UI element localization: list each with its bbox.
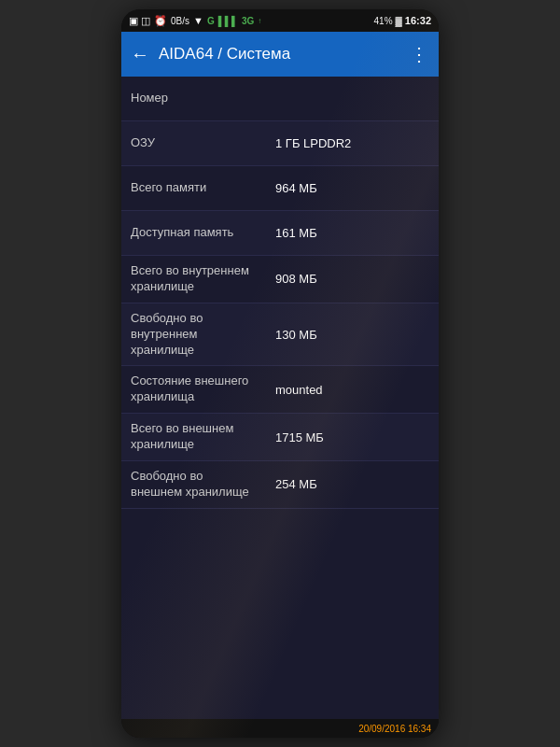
- wifi-icon: ▼: [193, 15, 203, 26]
- status-left: ▣ ◫ ⏰ 0B/s ▼ G ▌▌▌ 3G ↑: [129, 15, 261, 27]
- item-value: mounted: [266, 366, 439, 413]
- content-list: НомерОЗУ1 ГБ LPDDR2Всего памяти964 МБДос…: [121, 77, 439, 719]
- app-bar: ← AIDA64 / Система ⋮: [121, 32, 439, 77]
- signal-3g: 3G: [242, 16, 254, 26]
- item-label: Свободно во внешнем хранилище: [121, 461, 266, 508]
- list-item: ОЗУ1 ГБ LPDDR2: [121, 121, 439, 166]
- list-item: Доступная память161 МБ: [121, 211, 439, 256]
- item-label: Номер: [121, 77, 266, 120]
- item-value: 1 ГБ LPDDR2: [266, 121, 439, 165]
- list-item: Свободно во внешнем хранилище254 МБ: [121, 461, 439, 509]
- phone-screen: ▣ ◫ ⏰ 0B/s ▼ G ▌▌▌ 3G ↑ 41% ▓ 16:32 ← AI…: [121, 9, 439, 738]
- signal-sup: ↑: [258, 17, 261, 25]
- app-title: AIDA64 / Система: [159, 45, 410, 63]
- clock: 16:32: [405, 15, 431, 26]
- item-value: 1715 МБ: [266, 414, 439, 460]
- item-value: 964 МБ: [266, 166, 439, 210]
- battery: 41%: [374, 16, 393, 26]
- item-value: [266, 77, 439, 120]
- status-right: 41% ▓ 16:32: [374, 15, 431, 26]
- list-item: Номер: [121, 77, 439, 121]
- bottom-bar: 20/09/2016 16:34: [121, 719, 439, 738]
- notification-icons: ▣ ◫: [129, 15, 150, 27]
- list-item: Состояние внешнего хранилищаmounted: [121, 366, 439, 414]
- item-value: 254 МБ: [266, 461, 439, 508]
- status-bar: ▣ ◫ ⏰ 0B/s ▼ G ▌▌▌ 3G ↑ 41% ▓ 16:32: [121, 9, 439, 32]
- network-speed: 0B/s: [171, 16, 189, 26]
- item-value: 130 МБ: [266, 303, 439, 366]
- overflow-menu-button[interactable]: ⋮: [410, 43, 429, 65]
- item-label: Всего памяти: [121, 166, 266, 210]
- item-label: Свободно во внутреннем хранилище: [121, 303, 266, 366]
- item-value: 161 МБ: [266, 211, 439, 255]
- battery-icon: ▓: [396, 16, 402, 26]
- item-label: Состояние внешнего хранилища: [121, 366, 266, 413]
- alarm-icon: ⏰: [154, 15, 167, 27]
- item-label: Доступная память: [121, 211, 266, 255]
- list-item: Всего во внешнем хранилище1715 МБ: [121, 414, 439, 461]
- list-item: Свободно во внутреннем хранилище130 МБ: [121, 303, 439, 367]
- back-button[interactable]: ←: [131, 44, 149, 65]
- item-label: ОЗУ: [121, 121, 266, 165]
- signal-g: G: [207, 16, 215, 26]
- signal-bars: ▌▌▌: [218, 16, 238, 26]
- timestamp: 20/09/2016 16:34: [358, 724, 431, 734]
- list-item: Всего во внутреннем хранилище908 МБ: [121, 256, 439, 303]
- item-label: Всего во внутреннем хранилище: [121, 256, 266, 303]
- list-item: Всего памяти964 МБ: [121, 166, 439, 211]
- item-value: 908 МБ: [266, 256, 439, 303]
- item-label: Всего во внешнем хранилище: [121, 414, 266, 460]
